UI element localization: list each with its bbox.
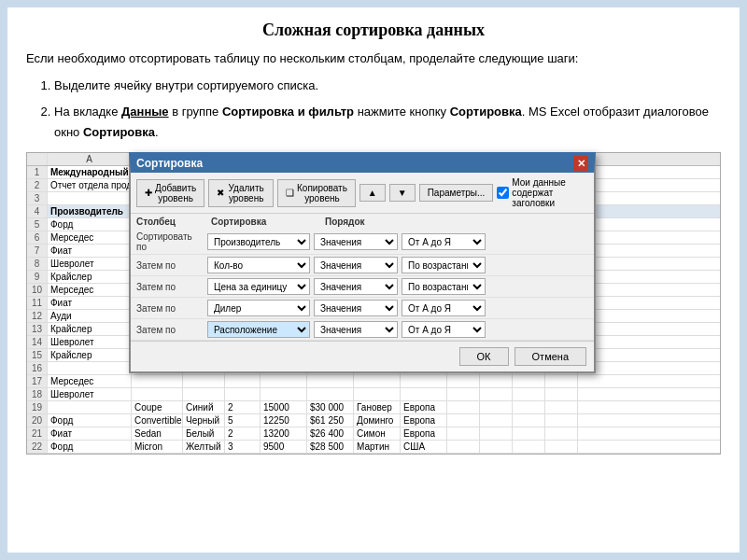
step-1: Выделите ячейку внутри сортируемого спис… xyxy=(54,76,721,96)
sort-type-select[interactable]: Значения xyxy=(314,257,398,273)
excel-cell: Шевролет xyxy=(48,258,132,270)
dialog-titlebar: Сортировка ✕ xyxy=(131,154,594,173)
excel-cell xyxy=(545,375,578,387)
excel-cell: Мерседес xyxy=(48,284,132,296)
row-num: 20 xyxy=(27,414,48,427)
row-num: 12 xyxy=(27,310,48,322)
dialog-close-button[interactable]: ✕ xyxy=(573,156,588,171)
step-1-text: Выделите ячейку внутри сортируемого спис… xyxy=(54,78,318,92)
excel-cell xyxy=(480,427,513,440)
row-num: 6 xyxy=(27,231,48,244)
step-2-group: Сортировка и фильтр xyxy=(222,105,354,119)
excel-cell xyxy=(447,427,480,440)
row-num: 1 xyxy=(27,166,48,178)
up-button[interactable]: ▲ xyxy=(359,184,386,202)
row-num: 4 xyxy=(27,205,48,217)
dialog-title: Сортировка xyxy=(136,157,203,170)
excel-cell: Micron xyxy=(132,441,183,453)
excel-cell xyxy=(545,441,578,453)
excel-cell xyxy=(48,192,132,204)
excel-cell xyxy=(48,362,132,374)
excel-cell xyxy=(132,388,183,400)
params-label: Параметры... xyxy=(428,188,486,198)
excel-cell: $30 000 xyxy=(307,401,354,413)
ok-button[interactable]: ОК xyxy=(459,347,509,366)
excel-cell xyxy=(447,401,480,413)
sort-type-select[interactable]: Значения xyxy=(314,278,398,295)
excel-cell: Форд xyxy=(48,441,132,453)
sort-column-select[interactable]: Производитель xyxy=(207,233,310,250)
excel-cell: Convertible xyxy=(132,414,183,427)
steps-list: Выделите ячейку внутри сортируемого спис… xyxy=(54,76,721,143)
sort-rows-container: Сортировать по Производитель Значения От… xyxy=(131,230,594,341)
excel-cell: Белый xyxy=(183,427,225,440)
excel-cell xyxy=(225,388,261,400)
sort-row: Затем по Расположение Значения От А до Я xyxy=(131,319,594,341)
excel-cell xyxy=(307,375,354,387)
sort-type-select[interactable]: Значения xyxy=(314,300,398,316)
excel-cell: Ауди xyxy=(48,310,132,322)
sort-column-select[interactable]: Дилер xyxy=(207,300,310,316)
sort-type-select[interactable]: Значения xyxy=(314,233,398,250)
sort-order-select[interactable]: По возрастанию xyxy=(402,257,486,273)
row-num: 3 xyxy=(27,192,48,204)
excel-cell xyxy=(480,375,513,387)
copy-level-button[interactable]: ❑ Копировать уровень xyxy=(277,179,356,207)
sort-row-label: Затем по xyxy=(136,303,204,314)
excel-cell xyxy=(354,375,401,387)
excel-cell xyxy=(48,401,132,413)
excel-cell xyxy=(545,401,578,413)
intro-text: Если необходимо отсортировать таблицу по… xyxy=(26,49,721,68)
excel-cell xyxy=(225,375,261,387)
sort-column-select[interactable]: Кол-во xyxy=(207,257,310,273)
excel-cell xyxy=(401,388,447,400)
excel-cell: $28 500 xyxy=(307,441,354,453)
params-button[interactable]: Параметры... xyxy=(419,184,494,202)
add-icon: ✚ xyxy=(145,188,152,198)
step-2-after: нажмите кнопку xyxy=(354,105,450,119)
page-title: Сложная сортировка данных xyxy=(26,21,721,40)
sort-order-select[interactable]: От А до Я xyxy=(402,233,486,250)
sort-row: Затем по Дилер Значения От А до Я xyxy=(131,298,594,319)
row-num: 14 xyxy=(27,336,48,348)
excel-cell: Доминго xyxy=(354,414,401,427)
sort-order-select[interactable]: От А до Я xyxy=(402,300,486,316)
excel-cell xyxy=(447,388,480,400)
row-num: 7 xyxy=(27,245,48,257)
excel-cell: Шевролет xyxy=(48,336,132,348)
sort-column-select[interactable]: Цена за единицу xyxy=(207,278,310,295)
excel-cell: Форд xyxy=(48,414,132,427)
sort-row-label: Затем по xyxy=(136,325,204,335)
excel-cell xyxy=(513,388,545,400)
excel-cell: Мерседес xyxy=(48,375,132,387)
excel-cell xyxy=(513,401,545,413)
excel-cell: Производитель xyxy=(48,205,132,217)
sort-column-select[interactable]: Расположение xyxy=(207,321,310,338)
sort-order-select[interactable]: По возрастанию xyxy=(402,278,486,295)
excel-cell xyxy=(447,441,480,453)
excel-cell: 12250 xyxy=(261,414,307,427)
excel-cell: Шевролет xyxy=(48,388,132,400)
remove-level-button[interactable]: ✖ Удалить уровень xyxy=(208,179,274,207)
excel-cell xyxy=(513,375,545,387)
excel-full-rows: 19 Coupe Синий 2 15000 $30 000 Гановер Е… xyxy=(27,401,720,454)
header-checkbox[interactable] xyxy=(497,187,509,199)
table-row: 19 Coupe Синий 2 15000 $30 000 Гановер Е… xyxy=(27,401,720,414)
sort-type-select[interactable]: Значения xyxy=(314,321,398,338)
excel-cell: 2 xyxy=(225,427,261,440)
excel-cell xyxy=(307,388,354,400)
col-header: Столбец xyxy=(136,217,207,227)
sort-row-label: Сортировать по xyxy=(136,231,204,252)
cancel-button[interactable]: Отмена xyxy=(514,347,586,366)
sort-order-select[interactable]: От А до Я xyxy=(402,321,486,338)
page: Сложная сортировка данных Если необходим… xyxy=(7,7,740,553)
step-2-period: . xyxy=(155,125,159,139)
excel-cell: Мерседес xyxy=(48,231,132,244)
excel-cell xyxy=(480,414,513,427)
step-2-dialog: Сортировка xyxy=(83,125,155,139)
table-row: 17 Мерседес xyxy=(27,375,720,388)
add-level-button[interactable]: ✚ Добавить уровень xyxy=(136,179,204,207)
row-num: 18 xyxy=(27,388,48,400)
copy-icon: ❑ xyxy=(286,188,294,198)
down-button[interactable]: ▼ xyxy=(389,184,416,202)
